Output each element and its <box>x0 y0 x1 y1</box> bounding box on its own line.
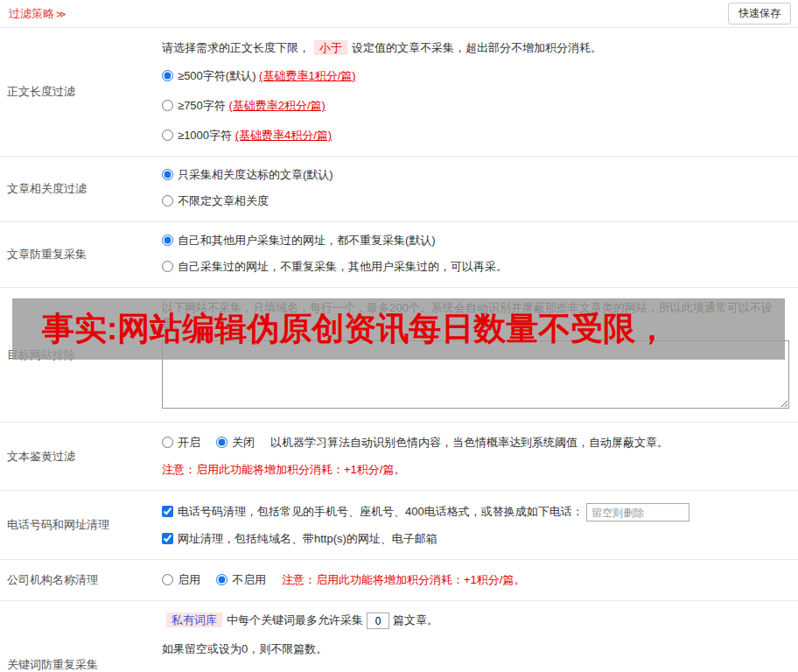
row-content: 启用不启用注意：启用此功能将增加积分消耗：+1积分/篇。 <box>153 570 798 590</box>
url-clean-checkbox[interactable] <box>162 533 173 544</box>
option-label: ≥1000字符 <box>178 129 232 142</box>
row-porn-filter: 文本鉴黄过滤 开启关闭以机器学习算法自动识别色情内容，当色情概率达到系统阈值，自… <box>0 423 798 491</box>
company-clean-off-option[interactable]: 不启用 <box>216 573 266 586</box>
length-750-option[interactable]: ≥750字符 (基础费率2积分/篇) <box>162 98 789 114</box>
phone-replace-input[interactable] <box>586 503 690 522</box>
row-dedup-collect: 文章防重复采集 自己和其他用户采集过的网址，都不重复采集(默认) 自己采集过的网… <box>0 222 798 288</box>
length-filter-description: 请选择需求的正文长度下限，小于设定值的文章不采集，超出部分不增加积分消耗。 <box>162 40 789 56</box>
porn-filter-description: 以机器学习算法自动识别色情内容，当色情概率达到系统阈值，自动屏蔽文章。 <box>270 436 668 449</box>
option-label: 不限定文章相关度 <box>178 194 269 207</box>
row-keyword-dedup: 关键词防重复采集 私有词库中每个关键词最多允许采集篇文章。 如果留空或设为0，则… <box>0 601 798 672</box>
chevron-down-icon: ≫ <box>56 9 66 19</box>
row-content: 开启关闭以机器学习算法自动识别色情内容，当色情概率达到系统阈值，自动屏蔽文章。 … <box>153 433 798 480</box>
porn-off-option[interactable]: 关闭 <box>216 436 255 449</box>
porn-on-option[interactable]: 开启 <box>162 436 200 449</box>
option-label: ≥750字符 <box>178 99 226 112</box>
keyword-note-unlimited: 如果留空或设为0，则不限篇数。 <box>162 640 789 658</box>
row-label: 文章相关度过滤 <box>0 167 153 211</box>
option-label: 自己采集过的网址，不重复采集，其他用户采集过的，可以再采。 <box>178 260 508 273</box>
url-clean-option[interactable]: 网址清理，包括纯域名、带http(s)的网址、电子邮箱 <box>162 532 438 545</box>
relevance-strict-radio[interactable] <box>162 169 173 180</box>
row-content: 私有词库中每个关键词最多允许采集篇文章。 如果留空或设为0，则不限篇数。 如果设… <box>153 612 798 672</box>
relevance-any-radio[interactable] <box>162 195 173 206</box>
watermark-banner: 事实:网站编辑伪原创资讯每日数量不受限， <box>12 298 785 360</box>
private-thesaurus-link[interactable]: 私有词库 <box>166 612 222 627</box>
line-text: 中每个关键词最多允许采集 <box>227 613 363 626</box>
page-title-text: 过滤策略 <box>9 7 54 20</box>
desc-text: 请选择需求的正文长度下限， <box>162 41 310 54</box>
company-clean-options: 启用不启用注意：启用此功能将增加积分消耗：+1积分/篇。 <box>162 572 789 588</box>
keyword-limit-line: 私有词库中每个关键词最多允许采集篇文章。 <box>162 612 789 629</box>
row-label: 电话号码和网址清理 <box>0 501 153 549</box>
phone-clean-line: 电话号码清理，包括常见的手机号、座机号、400电话格式，或替换成如下电话： <box>162 503 789 522</box>
porn-filter-options: 开启关闭以机器学习算法自动识别色情内容，当色情概率达到系统阈值，自动屏蔽文章。 <box>162 435 789 451</box>
fee-note: (基础费率4积分/篇) <box>235 129 332 142</box>
row-content: 自己和其他用户采集过的网址，都不重复采集(默认) 自己采集过的网址，不重复采集，… <box>153 233 798 276</box>
option-label: 开启 <box>178 436 200 449</box>
phone-clean-option[interactable]: 电话号码清理，包括常见的手机号、座机号、400电话格式，或替换成如下电话： <box>162 505 584 518</box>
row-label: 文章防重复采集 <box>0 233 153 276</box>
row-content-length-filter: 正文长度过滤 请选择需求的正文长度下限，小于设定值的文章不采集，超出部分不增加积… <box>0 28 798 157</box>
row-content: 只采集相关度达标的文章(默认) 不限定文章相关度 <box>153 167 798 211</box>
option-label: 不启用 <box>232 573 266 586</box>
row-content: 电话号码清理，包括常见的手机号、座机号、400电话格式，或替换成如下电话： 网址… <box>153 501 798 549</box>
option-label: 只采集相关度达标的文章(默认) <box>178 168 333 181</box>
less-than-highlight: 小于 <box>314 40 347 55</box>
relevance-strict-option[interactable]: 只采集相关度达标的文章(默认) <box>162 167 789 183</box>
option-label: 关闭 <box>232 436 255 449</box>
watermark-text: 事实:网站编辑伪原创资讯每日数量不受限， <box>42 307 668 351</box>
row-label: 正文长度过滤 <box>0 38 153 145</box>
row-relevance-filter: 文章相关度过滤 只采集相关度达标的文章(默认) 不限定文章相关度 <box>0 157 798 222</box>
porn-filter-on-radio[interactable] <box>162 437 173 448</box>
keyword-limit-input[interactable] <box>367 612 389 629</box>
length-500-radio[interactable] <box>162 70 173 81</box>
phone-clean-checkbox[interactable] <box>162 506 173 517</box>
url-clean-line: 网址清理，包括纯域名、带http(s)的网址、电子邮箱 <box>162 531 789 547</box>
company-clean-off-radio[interactable] <box>216 574 228 585</box>
company-clean-on-radio[interactable] <box>162 574 173 585</box>
row-company-name-clean: 公司机构名称清理 启用不启用注意：启用此功能将增加积分消耗：+1积分/篇。 <box>0 560 798 601</box>
desc-text: 设定值的文章不采集，超出部分不增加积分消耗。 <box>352 41 602 54</box>
row-content: 请选择需求的正文长度下限，小于设定值的文章不采集，超出部分不增加积分消耗。 ≥5… <box>153 38 798 145</box>
company-clean-cost-note: 注意：启用此功能将增加积分消耗：+1积分/篇。 <box>282 573 525 586</box>
fee-note: (基础费率2积分/篇) <box>228 99 326 112</box>
dedup-all-users-option[interactable]: 自己和其他用户采集过的网址，都不重复采集(默认) <box>162 233 789 248</box>
option-label: 网址清理，包括纯域名、带http(s)的网址、电子邮箱 <box>178 532 438 545</box>
dedup-all-users-radio[interactable] <box>162 234 173 246</box>
option-label: 启用 <box>178 573 200 586</box>
row-label: 关键词防重复采集 <box>0 612 153 672</box>
option-label: ≥500字符(默认) <box>178 69 256 82</box>
line-text: 篇文章。 <box>393 613 438 626</box>
porn-filter-cost-note: 注意：启用此功能将增加积分消耗：+1积分/篇。 <box>162 462 789 478</box>
header: 过滤策略≫ 快速保存 <box>0 0 798 28</box>
row-phone-url-clean: 电话号码和网址清理 电话号码清理，包括常见的手机号、座机号、400电话格式，或替… <box>0 491 798 560</box>
relevance-any-option[interactable]: 不限定文章相关度 <box>162 193 789 209</box>
length-1000-option[interactable]: ≥1000字符 (基础费率4积分/篇) <box>162 128 789 144</box>
fee-note: (基础费率1积分/篇) <box>259 69 356 82</box>
length-1000-radio[interactable] <box>162 130 173 141</box>
dedup-self-only-radio[interactable] <box>162 261 173 272</box>
quick-save-button[interactable]: 快速保存 <box>728 3 791 24</box>
option-label: 电话号码清理，包括常见的手机号、座机号、400电话格式，或替换成如下电话： <box>178 505 584 518</box>
row-label: 公司机构名称清理 <box>0 570 153 590</box>
option-label: 自己和其他用户采集过的网址，都不重复采集(默认) <box>178 234 436 247</box>
dedup-self-only-option[interactable]: 自己采集过的网址，不重复采集，其他用户采集过的，可以再采。 <box>162 259 789 275</box>
length-500-option[interactable]: ≥500字符(默认) (基础费率1积分/篇) <box>162 68 789 84</box>
page-title[interactable]: 过滤策略≫ <box>9 6 66 22</box>
porn-filter-off-radio[interactable] <box>216 437 228 448</box>
length-750-radio[interactable] <box>162 100 173 111</box>
company-clean-on-option[interactable]: 启用 <box>162 573 200 586</box>
row-label: 文本鉴黄过滤 <box>0 433 153 480</box>
